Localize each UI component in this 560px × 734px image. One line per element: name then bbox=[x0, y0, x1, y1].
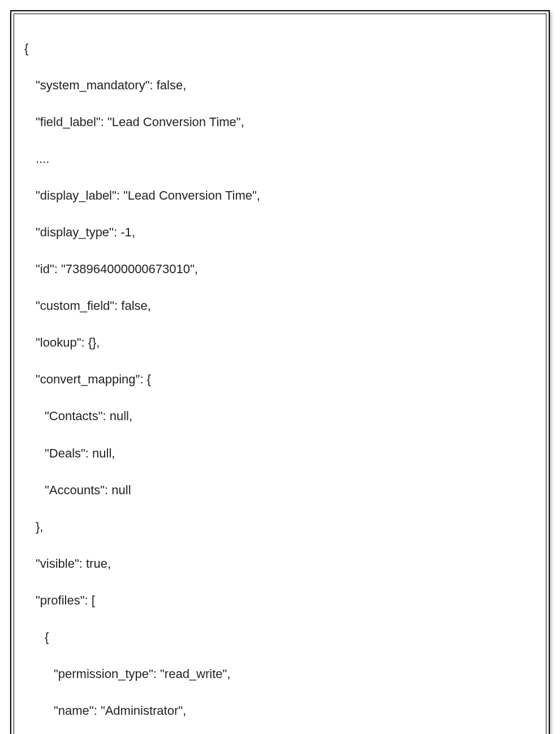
code-line: "Deals": null, bbox=[24, 444, 536, 463]
code-line: "system_mandatory": false, bbox=[24, 76, 536, 95]
code-line: "name": "Administrator", bbox=[24, 702, 536, 720]
code-line: "display_type": -1, bbox=[24, 223, 536, 242]
code-line: "id": "738964000000673010", bbox=[24, 260, 536, 279]
code-line: "Accounts": null bbox=[24, 481, 536, 500]
code-frame-inner: { "system_mandatory": false, "field_labe… bbox=[14, 14, 546, 734]
code-line-ellipsis: .... bbox=[24, 150, 536, 169]
code-line: "visible": true, bbox=[24, 555, 536, 573]
code-line: { bbox=[24, 628, 536, 647]
code-line: "permission_type": "read_write", bbox=[24, 665, 536, 684]
code-line: "convert_mapping": { bbox=[24, 370, 536, 389]
code-block: { "system_mandatory": false, "field_labe… bbox=[24, 21, 536, 734]
code-line: "custom_field": false, bbox=[24, 297, 536, 316]
code-line: }, bbox=[24, 518, 536, 537]
code-line: "field_label": "Lead Conversion Time", bbox=[24, 113, 536, 132]
code-line: "lookup": {}, bbox=[24, 334, 536, 352]
code-line: "profiles": [ bbox=[24, 591, 536, 610]
code-line: "Contacts": null, bbox=[24, 407, 536, 426]
code-frame-outer: { "system_mandatory": false, "field_labe… bbox=[10, 10, 550, 734]
code-line: "display_label": "Lead Conversion Time", bbox=[24, 187, 536, 205]
code-line: { bbox=[24, 40, 536, 58]
